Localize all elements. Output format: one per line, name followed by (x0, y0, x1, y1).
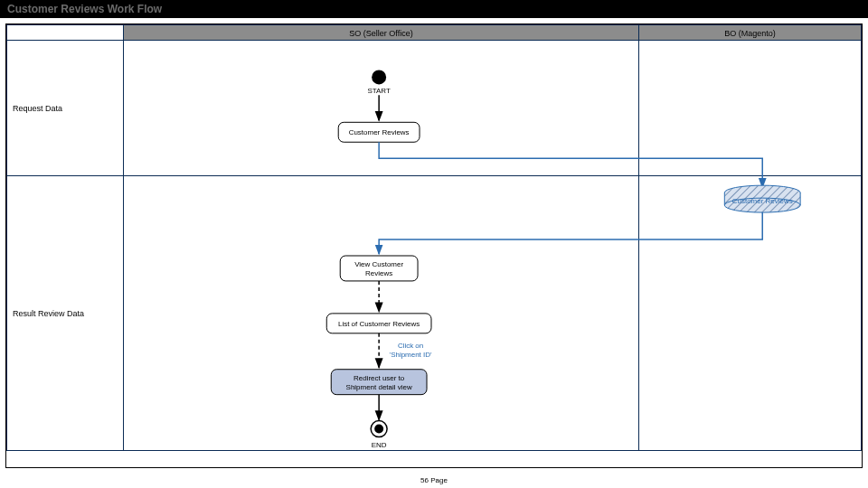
node-redirect-l2: Shipment detail view (346, 383, 412, 391)
node-list-reviews-label: List of Customer Reviews (338, 320, 420, 328)
title-bar: Customer Reviews Work Flow (0, 0, 868, 18)
end-label: END (372, 441, 387, 449)
column-header-blank (6, 24, 124, 41)
swimlane-frame: SO (Seller Office) BO (Magento) Request … (5, 23, 863, 468)
start-node (372, 70, 386, 84)
node-redirect-l1: Redirect user to (354, 374, 405, 382)
edge-custreviews-db (379, 142, 762, 187)
node-db-customer-reviews: Customer Reviews (724, 185, 800, 212)
node-customer-reviews-label: Customer Reviews (349, 128, 410, 136)
edge-db-view (379, 212, 762, 254)
start-label: START (367, 87, 391, 95)
node-view-reviews-l1: View Customer (354, 260, 403, 268)
page-footer: 56 Page (0, 476, 868, 484)
flowchart-svg: START Customer Reviews Customer Reviews (6, 41, 862, 467)
column-header-row: SO (Seller Office) BO (Magento) (6, 24, 862, 41)
node-db-label: Customer Reviews (732, 197, 793, 205)
end-node-inner (374, 425, 383, 434)
column-header-bo: BO (Magento) (639, 24, 862, 41)
page-title: Customer Reviews Work Flow (7, 3, 162, 15)
column-header-so: SO (Seller Office) (124, 24, 639, 41)
edge-label-click-l1: Click on (398, 342, 423, 350)
node-view-reviews-l2: Reviews (365, 269, 392, 277)
edge-label-click-l2: 'Shipment ID' (390, 351, 432, 359)
